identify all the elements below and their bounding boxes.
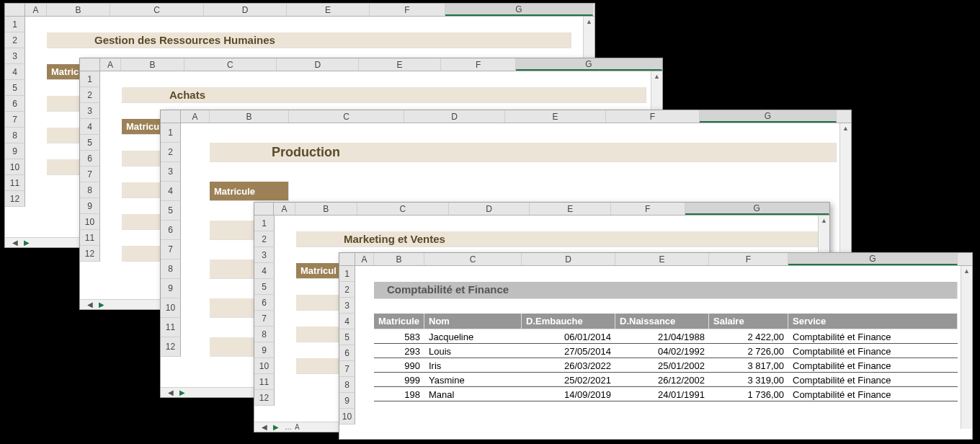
table-cell[interactable]: 2 726,00 <box>709 344 788 358</box>
table-cell[interactable]: 26/12/2002 <box>615 373 709 387</box>
scroll-up-icon[interactable]: ▲ <box>840 123 851 133</box>
sheet-tab-label[interactable]: A <box>295 423 300 431</box>
col-header-b[interactable]: B <box>47 4 110 16</box>
col-header-b[interactable]: B <box>295 203 357 215</box>
table-cell[interactable]: Jacqueline <box>424 329 522 344</box>
tab-nav-prev-icon[interactable]: ◀ <box>87 301 93 308</box>
table-cell[interactable]: Yasmine <box>424 373 522 387</box>
col-header-a[interactable]: A <box>25 4 47 16</box>
row-header[interactable]: 4 <box>5 64 25 80</box>
col-header-e[interactable]: E <box>287 4 370 16</box>
tab-nav-more-icon[interactable]: … <box>285 423 292 431</box>
tab-nav-prev-icon[interactable]: ◀ <box>168 388 174 396</box>
col-header-f[interactable]: F <box>370 4 445 16</box>
row-header[interactable]: 10 <box>80 214 100 230</box>
col-header-g[interactable]: G <box>516 58 662 71</box>
row-header[interactable]: 3 <box>339 298 355 314</box>
row-header[interactable]: 9 <box>254 342 275 358</box>
row-header[interactable]: 7 <box>80 166 100 182</box>
col-header-g[interactable]: G <box>445 4 593 16</box>
row-header[interactable]: 11 <box>80 230 100 246</box>
col-header-c[interactable]: C <box>184 58 277 71</box>
row-header[interactable]: 1 <box>5 17 25 32</box>
row-header[interactable]: 10 <box>161 298 181 318</box>
row-header[interactable]: 1 <box>161 123 181 143</box>
row-header[interactable]: 3 <box>161 162 181 182</box>
row-header[interactable]: 12 <box>5 191 25 207</box>
col-header-c[interactable]: C <box>357 203 449 215</box>
table-cell[interactable]: 3 319,00 <box>709 373 788 387</box>
row-header[interactable]: 6 <box>80 151 100 166</box>
row-header[interactable]: 7 <box>339 361 355 377</box>
col-header-b[interactable]: B <box>374 253 424 265</box>
row-header[interactable]: 8 <box>80 182 100 198</box>
row-header[interactable]: 7 <box>161 240 181 259</box>
row-header[interactable]: 4 <box>161 182 181 201</box>
table-cell[interactable]: 583 <box>374 329 424 344</box>
tab-nav-next-icon[interactable]: ▶ <box>24 239 30 247</box>
table-cell[interactable]: 04/02/1992 <box>615 344 709 358</box>
select-all-corner[interactable] <box>161 110 181 123</box>
row-header[interactable]: 7 <box>254 311 275 327</box>
row-header[interactable]: 9 <box>339 393 355 409</box>
table-cell[interactable]: Iris <box>424 358 522 373</box>
table-cell[interactable]: 198 <box>374 387 424 401</box>
row-header[interactable]: 6 <box>339 345 355 361</box>
row-header[interactable]: 3 <box>254 247 275 263</box>
tab-nav-prev-icon[interactable]: ◀ <box>12 239 18 247</box>
row-header[interactable]: 2 <box>339 282 355 298</box>
row-header[interactable]: 6 <box>254 295 275 311</box>
col-header-c[interactable]: C <box>110 4 204 16</box>
col-header-e[interactable]: E <box>359 58 441 71</box>
row-header[interactable]: 12 <box>161 337 181 357</box>
row-header[interactable]: 9 <box>80 198 100 214</box>
select-all-corner[interactable] <box>254 203 274 215</box>
table-cell[interactable]: Comptabilité et Finance <box>788 387 958 401</box>
table-cell[interactable]: 06/01/2014 <box>522 329 615 344</box>
table-cell[interactable]: 26/03/2022 <box>522 358 615 373</box>
table-cell[interactable]: Comptabilité et Finance <box>788 329 958 344</box>
row-header[interactable]: 2 <box>254 231 275 247</box>
row-header[interactable]: 12 <box>80 246 100 262</box>
col-header-d[interactable]: D <box>204 4 287 16</box>
col-header-f[interactable]: F <box>611 203 685 215</box>
select-all-corner[interactable] <box>80 58 100 71</box>
row-header[interactable]: 2 <box>161 143 181 162</box>
row-header[interactable]: 9 <box>161 279 181 298</box>
scroll-up-icon[interactable]: ▲ <box>961 266 972 276</box>
row-header[interactable]: 10 <box>5 159 25 175</box>
table-cell[interactable]: 27/05/2014 <box>522 344 615 358</box>
row-header[interactable]: 3 <box>80 103 100 119</box>
row-header[interactable]: 10 <box>339 409 355 425</box>
table-cell[interactable]: 25/01/2002 <box>615 358 709 373</box>
table-cell[interactable]: 21/04/1988 <box>615 329 709 344</box>
table-cell[interactable]: 990 <box>374 358 424 373</box>
table-cell[interactable]: 1 736,00 <box>709 387 788 401</box>
row-header[interactable]: 2 <box>80 87 100 103</box>
col-header-f[interactable]: F <box>709 253 788 265</box>
row-header[interactable]: 3 <box>5 48 25 64</box>
row-header[interactable]: 1 <box>254 216 275 231</box>
row-header[interactable]: 8 <box>254 327 275 342</box>
col-header-d[interactable]: D <box>277 58 359 71</box>
row-header[interactable]: 5 <box>254 279 275 295</box>
col-header-d[interactable]: D <box>404 110 505 123</box>
row-header[interactable]: 6 <box>161 221 181 240</box>
col-header-g[interactable]: G <box>788 253 958 265</box>
row-header[interactable]: 8 <box>161 259 181 279</box>
table-cell[interactable]: 2 422,00 <box>709 329 788 344</box>
row-header[interactable]: 4 <box>80 119 100 135</box>
table-cell[interactable]: Comptabilité et Finance <box>788 373 958 387</box>
row-header[interactable]: 1 <box>339 266 355 282</box>
table-cell[interactable]: 14/09/2019 <box>522 387 615 401</box>
col-header-c[interactable]: C <box>424 253 522 265</box>
col-header-b[interactable]: B <box>210 110 289 123</box>
row-header[interactable]: 7 <box>5 112 25 128</box>
row-header[interactable]: 11 <box>5 175 25 191</box>
row-header[interactable]: 5 <box>161 201 181 221</box>
col-header-e[interactable]: E <box>530 203 610 215</box>
row-header[interactable]: 8 <box>339 377 355 393</box>
row-header[interactable]: 8 <box>5 128 25 143</box>
col-header-c[interactable]: C <box>289 110 404 123</box>
row-header[interactable]: 11 <box>161 318 181 337</box>
